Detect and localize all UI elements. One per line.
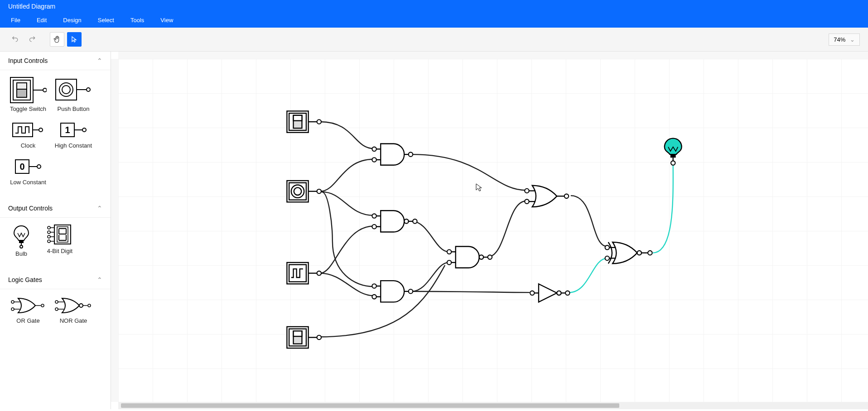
port[interactable] [409,289,413,293]
port[interactable] [372,225,376,229]
port[interactable] [605,256,609,260]
port[interactable] [372,147,376,151]
node-push[interactable] [287,181,317,202]
section-header-logic-gates[interactable]: Logic Gates ⌃ [0,271,111,289]
port[interactable] [409,152,413,156]
wire[interactable] [320,159,374,191]
section-title: Logic Gates [8,276,42,283]
wire[interactable] [412,292,530,292]
menu-bar: File Edit Design Select Tools View [0,13,868,28]
wire[interactable] [320,122,374,148]
node-toggle[interactable] [287,111,317,132]
node-or[interactable] [529,186,564,207]
palette-or-gate[interactable]: OR Gate [5,296,51,324]
node-toggle[interactable] [287,327,317,348]
port[interactable] [317,189,321,193]
section-header-output-controls[interactable]: Output Controls ⌃ [0,199,111,218]
port[interactable] [671,161,675,165]
palette-high-constant[interactable]: 1 High Constant [51,119,96,149]
svg-point-13 [39,128,43,132]
palette-clock[interactable]: Clock [5,119,51,149]
svg-point-42 [55,308,58,311]
wire[interactable] [569,258,607,292]
wire[interactable] [320,226,374,273]
select-tool-button[interactable] [67,32,82,47]
svg-point-69 [404,219,408,223]
port[interactable] [447,260,451,264]
palette-low-constant[interactable]: 0 Low Constant [5,156,51,186]
wire[interactable] [412,263,449,292]
diagram-canvas[interactable] [118,59,868,402]
port[interactable] [564,194,569,198]
palette-bulb[interactable]: Bulb [5,224,37,257]
svg-point-41 [55,301,58,303]
menu-select[interactable]: Select [90,13,122,28]
section-header-input-controls[interactable]: Input Controls ⌃ [0,52,111,70]
palette-4bit-digit[interactable]: 4-Bit Digit [37,224,82,257]
svg-rect-22 [19,240,24,243]
node-clock[interactable] [287,263,317,284]
svg-rect-11 [13,123,33,137]
port[interactable] [317,335,321,339]
port[interactable] [372,158,376,162]
port[interactable] [648,251,652,255]
svg-point-35 [11,301,14,303]
node-and[interactable] [376,143,409,165]
menu-file[interactable]: File [3,13,29,28]
port[interactable] [317,119,321,124]
port[interactable] [488,255,492,259]
palette-toggle-switch[interactable]: Toggle Switch [5,76,51,112]
section-title: Input Controls [8,57,48,64]
redo-button[interactable] [25,32,40,47]
undo-button[interactable] [8,32,23,47]
node-nand[interactable] [376,210,413,232]
port[interactable] [605,245,609,249]
port[interactable] [530,291,534,295]
node-xor[interactable] [608,242,648,263]
port[interactable] [372,284,376,288]
port[interactable] [317,271,321,275]
pan-tool-button[interactable] [50,32,64,47]
palette-label: Push Button [58,105,90,112]
node-buffer[interactable] [535,284,566,302]
menu-view[interactable]: View [152,13,181,28]
palette-nor-gate[interactable]: NOR Gate [51,296,96,324]
wire[interactable] [653,163,673,253]
menu-design[interactable]: Design [55,13,89,28]
wire[interactable] [571,196,607,246]
node-bulb[interactable] [665,139,682,161]
svg-point-17 [82,128,86,132]
canvas-area[interactable] [111,52,868,409]
app-header: Untitled Diagram File Edit Design Select… [0,0,868,28]
chevron-up-icon: ⌃ [97,276,102,283]
svg-point-76 [479,255,483,259]
svg-point-84 [557,291,561,295]
port[interactable] [372,295,376,299]
component-sidebar[interactable]: Input Controls ⌃ Toggle Switch Push Butt… [0,52,111,409]
zoom-dropdown[interactable]: 74% ⌄ [829,33,860,46]
horizontal-scrollbar[interactable] [118,402,868,409]
port[interactable] [565,291,569,295]
svg-point-26 [48,231,50,234]
svg-point-24 [20,245,23,248]
svg-point-40 [41,304,44,307]
wire[interactable] [487,201,526,257]
diagram-svg[interactable] [118,59,868,402]
wire[interactable] [412,154,526,190]
node-and[interactable] [376,281,409,302]
port[interactable] [447,250,451,254]
node-nand[interactable] [451,246,487,268]
palette-push-button[interactable]: Push Button [51,76,96,112]
port[interactable] [525,189,529,193]
menu-tools[interactable]: Tools [122,13,152,28]
port[interactable] [372,214,376,218]
svg-rect-90 [670,154,676,158]
port[interactable] [413,219,417,223]
port[interactable] [525,199,529,203]
palette-label: Low Constant [10,179,46,186]
menu-edit[interactable]: Edit [29,13,55,28]
svg-point-27 [48,235,50,238]
wire[interactable] [412,221,449,252]
hand-icon [53,35,61,43]
wire[interactable] [322,192,374,287]
